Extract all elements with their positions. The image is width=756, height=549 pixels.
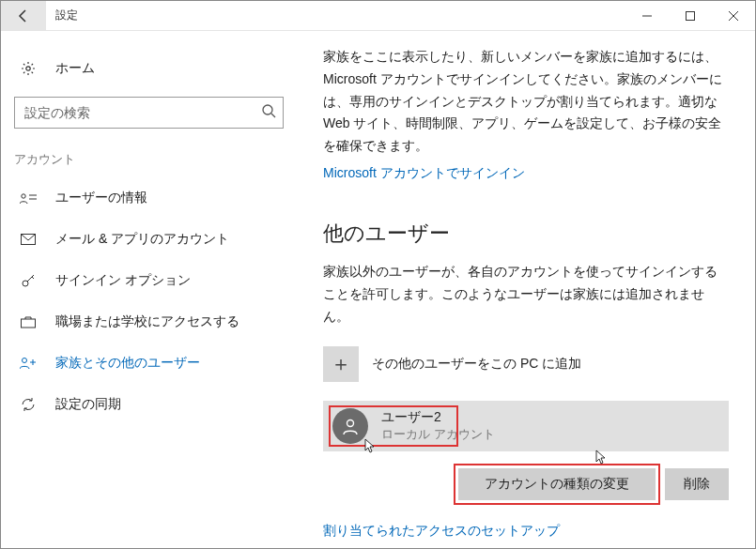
svg-rect-14 bbox=[22, 319, 36, 328]
sidebar-item-signin[interactable]: サインイン オプション bbox=[1, 260, 297, 301]
window-title: 設定 bbox=[46, 1, 87, 30]
sidebar-item-label: 職場または学校にアクセスする bbox=[55, 313, 239, 330]
svg-line-6 bbox=[271, 114, 275, 117]
gear-icon bbox=[18, 61, 39, 76]
home-nav[interactable]: ホーム bbox=[1, 48, 297, 89]
svg-point-7 bbox=[22, 194, 25, 198]
other-users-heading: 他のユーザー bbox=[323, 220, 729, 248]
avatar-icon bbox=[332, 408, 368, 444]
key-icon bbox=[18, 273, 39, 288]
sidebar-section: アカウント bbox=[1, 145, 297, 177]
cursor-icon bbox=[595, 450, 610, 467]
maximize-button[interactable] bbox=[669, 1, 712, 30]
sidebar-item-userinfo[interactable]: ユーザーの情報 bbox=[1, 177, 297, 219]
sidebar-item-label: サインイン オプション bbox=[55, 272, 191, 289]
svg-point-15 bbox=[23, 358, 27, 363]
titlebar-spacer bbox=[87, 1, 625, 30]
user-row[interactable]: ユーザー2 ローカル アカウント bbox=[323, 401, 729, 451]
svg-point-5 bbox=[263, 105, 272, 114]
sidebar-item-label: メール & アプリのアカウント bbox=[55, 231, 229, 248]
add-user-button[interactable]: ＋ その他のユーザーをこの PC に追加 bbox=[323, 346, 729, 382]
people-plus-icon bbox=[18, 357, 39, 370]
back-button[interactable] bbox=[1, 1, 46, 30]
change-account-type-button[interactable]: アカウントの種類の変更 bbox=[458, 468, 656, 500]
sidebar-item-label: ユーザーの情報 bbox=[55, 190, 147, 206]
search-input[interactable] bbox=[14, 97, 284, 129]
close-button[interactable] bbox=[712, 1, 755, 30]
svg-point-4 bbox=[26, 67, 30, 70]
sidebar-item-work[interactable]: 職場または学校にアクセスする bbox=[1, 301, 297, 343]
ms-signin-link[interactable]: Microsoft アカウントでサインイン bbox=[323, 165, 525, 182]
home-label: ホーム bbox=[55, 60, 95, 77]
add-user-label: その他のユーザーをこの PC に追加 bbox=[372, 356, 581, 373]
family-description: 家族をここに表示したり、新しいメンバーを家族に追加するには、Microsoft … bbox=[323, 46, 729, 158]
svg-rect-1 bbox=[687, 11, 695, 20]
person-card-icon bbox=[18, 191, 39, 205]
other-users-description: 家族以外のユーザーが、各自のアカウントを使ってサインインすることを許可します。こ… bbox=[323, 261, 729, 328]
assigned-access-link[interactable]: 割り当てられたアクセスのセットアップ bbox=[323, 523, 560, 540]
delete-button[interactable]: 削除 bbox=[665, 468, 729, 500]
main-panel: 家族をここに表示したり、新しいメンバーを家族に追加するには、Microsoft … bbox=[297, 31, 755, 549]
minimize-button[interactable] bbox=[625, 1, 669, 30]
sidebar-item-sync[interactable]: 設定の同期 bbox=[1, 384, 297, 425]
mail-icon bbox=[18, 234, 39, 245]
sidebar-item-label: 設定の同期 bbox=[55, 396, 121, 413]
user-type: ローカル アカウント bbox=[381, 426, 495, 443]
svg-line-13 bbox=[32, 277, 34, 279]
sidebar: ホーム アカウント ユーザーの情報 メール & アプリのアカウント サインイ bbox=[1, 31, 297, 549]
briefcase-icon bbox=[18, 315, 39, 328]
sidebar-item-label: 家族とその他のユーザー bbox=[55, 355, 200, 372]
cursor-icon bbox=[364, 438, 379, 456]
sidebar-item-family[interactable]: 家族とその他のユーザー bbox=[1, 343, 297, 384]
svg-point-18 bbox=[347, 420, 354, 427]
user-name: ユーザー2 bbox=[381, 409, 495, 426]
sync-icon bbox=[18, 397, 39, 412]
search-icon bbox=[261, 103, 276, 122]
plus-icon: ＋ bbox=[323, 346, 359, 382]
sidebar-item-email[interactable]: メール & アプリのアカウント bbox=[1, 219, 297, 260]
